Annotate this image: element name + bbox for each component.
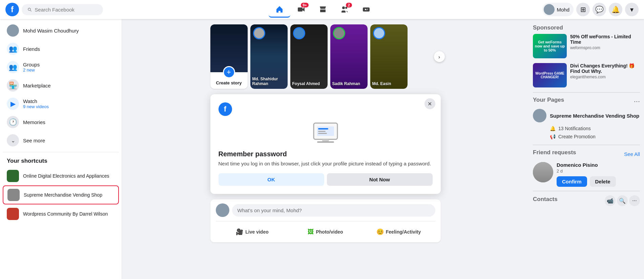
shortcut-3-avatar bbox=[7, 208, 19, 220]
ad-title-2: Divi Changes Everything! 🎁 Find Out Why. bbox=[570, 63, 640, 74]
groups-sidebar-icon: 👥 bbox=[7, 61, 19, 73]
nav-groups-button[interactable]: 2 bbox=[334, 1, 355, 18]
sidebar-item-watch[interactable]: ▶ Watch 9 new videos bbox=[3, 95, 119, 113]
sidebar-item-seemore[interactable]: ⌄ See more bbox=[3, 132, 119, 149]
dialog-close-button[interactable]: ✕ bbox=[424, 98, 435, 109]
story-avatar-1 bbox=[253, 27, 265, 39]
svg-rect-8 bbox=[318, 128, 328, 129]
friend-requests-header: Friend requests See All bbox=[533, 149, 640, 159]
ad-image-1: Get weForms now and save up to 50% bbox=[533, 34, 567, 58]
memories-sidebar-icon: 🕐 bbox=[7, 116, 19, 128]
sidebar-item-memories[interactable]: 🕐 Memories bbox=[3, 113, 119, 131]
page-notifications-action[interactable]: 🔔 13 Notifications bbox=[550, 124, 640, 133]
post-input[interactable]: What's on your mind, Mohd? bbox=[232, 204, 435, 217]
rs-divider-1 bbox=[533, 92, 640, 93]
ad-card-2[interactable]: WordPress GAME CHANGER! Divi Changes Eve… bbox=[533, 63, 640, 87]
story-name-4: Md. Easin bbox=[372, 81, 406, 86]
dialog-ok-button[interactable]: OK bbox=[219, 173, 324, 186]
friend-buttons: Confirm Delete bbox=[557, 176, 616, 187]
live-video-label: Live video bbox=[245, 229, 268, 235]
dialog-body: Next time you log in on this browser, ju… bbox=[219, 161, 433, 166]
nav-home-button[interactable] bbox=[269, 1, 290, 18]
feed-inner: + Create story Md. Shahidur Rahman Foysa… bbox=[210, 24, 441, 248]
ad-card-1[interactable]: Get weForms now and save up to 50% 50% O… bbox=[533, 34, 640, 58]
ad-img-text-1: Get weForms now and save up to 50% bbox=[533, 39, 567, 54]
sidebar-item-user[interactable]: Mohd Wasim Choudhury bbox=[3, 22, 119, 39]
page-create-promotion-action[interactable]: 📢 Create Promotion bbox=[550, 133, 640, 141]
search-input[interactable] bbox=[35, 7, 98, 13]
watch-sidebar-icon: ▶ bbox=[7, 98, 19, 110]
delete-button[interactable]: Delete bbox=[590, 176, 616, 187]
create-promotion-label: Create Promotion bbox=[558, 134, 596, 139]
facebook-logo: f bbox=[5, 3, 19, 16]
post-action-feeling[interactable]: 😊 Feeling/Activity bbox=[362, 225, 435, 238]
post-action-photo[interactable]: 🖼 Photo/video bbox=[289, 225, 362, 238]
post-box: What's on your mind, Mohd? 🎥 Live video … bbox=[210, 199, 441, 242]
messenger-icon-button[interactable]: 💬 bbox=[593, 3, 606, 16]
page-item[interactable]: Supreme Merchandise Vending Shop bbox=[533, 109, 640, 122]
settings-icon-button[interactable]: ▾ bbox=[625, 3, 639, 16]
sidebar-item-marketplace[interactable]: 🏪 Marketplace bbox=[3, 77, 119, 94]
story-card-1[interactable]: Md. Shahidur Rahman bbox=[250, 24, 288, 89]
video-badge: 9+ bbox=[301, 3, 309, 7]
marketplace-icon bbox=[319, 5, 327, 14]
dialog-header: f bbox=[219, 102, 433, 116]
contacts-video-icon[interactable]: 📹 bbox=[605, 195, 616, 206]
page-name: Supreme Merchandise Vending Shop bbox=[550, 113, 639, 119]
sidebar-shortcut-1[interactable]: Online Digital Electronics and Appliance… bbox=[3, 167, 119, 185]
page-avatar bbox=[533, 109, 546, 122]
contacts-more-icon[interactable]: ··· bbox=[629, 195, 640, 206]
create-story-card[interactable]: + Create story bbox=[210, 24, 248, 89]
home-icon bbox=[275, 5, 284, 13]
story-card-2[interactable]: Foysal Ahmed bbox=[290, 24, 328, 89]
story-card-3[interactable]: Sadik Rahman bbox=[330, 24, 368, 89]
rs-divider-2 bbox=[533, 145, 640, 145]
see-all-link[interactable]: See All bbox=[624, 151, 640, 157]
stories-next-arrow[interactable]: › bbox=[434, 51, 445, 62]
ad-img-text-2: WordPress GAME CHANGER! bbox=[533, 70, 567, 80]
nav-video-button[interactable]: 9+ bbox=[290, 1, 312, 18]
shortcut-3-label: Wordpress Community By Darrel Wilson bbox=[23, 211, 108, 217]
notifications-icon-button[interactable]: 🔔 bbox=[609, 3, 622, 16]
nav-marketplace-button[interactable] bbox=[312, 1, 334, 18]
top-navigation: f 9+ 2 Mohd ⊞ bbox=[0, 0, 644, 19]
post-action-live[interactable]: 🎥 Live video bbox=[216, 225, 289, 238]
sidebar-item-friends[interactable]: 👥 Friends bbox=[3, 40, 119, 58]
grid-icon-button[interactable]: ⊞ bbox=[576, 3, 590, 16]
shortcuts-title: Your shortcuts bbox=[3, 155, 119, 167]
ad-image-2: WordPress GAME CHANGER! bbox=[533, 63, 567, 87]
svg-rect-11 bbox=[322, 139, 329, 141]
story-name-3: Sadik Rahman bbox=[332, 81, 366, 86]
story-avatar-2 bbox=[293, 27, 305, 39]
confirm-button[interactable]: Confirm bbox=[557, 176, 587, 187]
user-chip[interactable]: Mohd bbox=[542, 3, 574, 16]
megaphone-icon: 📢 bbox=[550, 134, 556, 139]
search-bar[interactable] bbox=[22, 4, 103, 15]
gaming-icon bbox=[362, 5, 370, 14]
story-name-2: Foysal Ahmed bbox=[292, 81, 326, 86]
story-card-4[interactable]: Md. Easin bbox=[370, 24, 408, 89]
sidebar-groups-sublabel: 2 new bbox=[23, 67, 40, 73]
search-icon bbox=[27, 7, 32, 12]
shortcut-1-label: Online Digital Electronics and Appliance… bbox=[23, 173, 109, 179]
shortcut-2-label: Supreme Merchandise Vending Shop bbox=[24, 192, 102, 198]
dialog-buttons: OK Not Now bbox=[219, 173, 433, 186]
shortcut-2-avatar bbox=[7, 189, 20, 201]
create-story-bg: + bbox=[210, 24, 248, 72]
contacts-search-icon[interactable]: 🔍 bbox=[617, 195, 628, 206]
shortcut-1-avatar bbox=[7, 170, 19, 182]
contacts-title: Contacts bbox=[533, 196, 558, 203]
friend-request-item: Domenico Pisino 2 d Confirm Delete bbox=[533, 162, 640, 187]
sidebar-item-groups[interactable]: 👥 Groups 2 new bbox=[3, 58, 119, 76]
nav-gaming-button[interactable] bbox=[355, 1, 377, 18]
your-pages-more-button[interactable]: ··· bbox=[634, 97, 640, 106]
dialog-notnow-button[interactable]: Not Now bbox=[327, 173, 433, 186]
your-pages-header: Your Pages ··· bbox=[533, 97, 640, 106]
dialog-monitor-icon bbox=[219, 121, 433, 146]
main-feed: + Create story Md. Shahidur Rahman Foysa… bbox=[122, 19, 529, 279]
friend-requests-title: Friend requests bbox=[533, 149, 576, 156]
sidebar-shortcut-3[interactable]: Wordpress Community By Darrel Wilson bbox=[3, 205, 119, 223]
notifications-label: 13 Notifications bbox=[558, 126, 591, 131]
sidebar-shortcut-2[interactable]: Supreme Merchandise Vending Shop bbox=[3, 185, 119, 204]
sidebar-divider bbox=[3, 152, 119, 152]
